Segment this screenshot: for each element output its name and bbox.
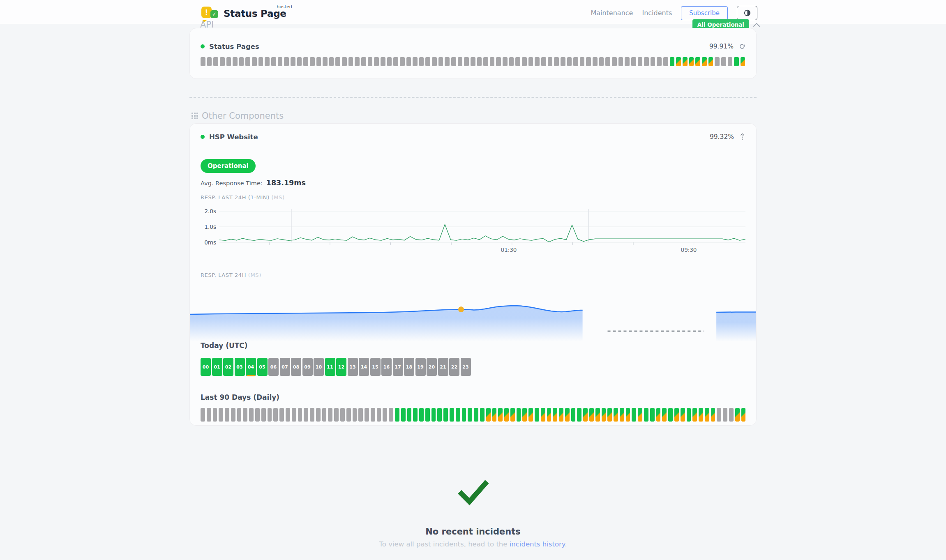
day-bar[interactable] (286, 408, 290, 422)
day-bar[interactable] (492, 408, 497, 422)
day-bar[interactable] (407, 408, 412, 422)
uptime-bar[interactable] (586, 57, 591, 66)
hour-block[interactable]: 05 (257, 358, 268, 376)
day-bar[interactable] (480, 408, 485, 422)
uptime-bar[interactable] (663, 57, 668, 66)
day-bar[interactable] (443, 408, 448, 422)
theme-toggle-button[interactable] (737, 6, 757, 20)
day-bar[interactable] (741, 408, 746, 422)
uptime-bar[interactable] (721, 57, 726, 66)
day-bar[interactable] (273, 408, 278, 422)
uptime-bar[interactable] (515, 57, 520, 66)
uptime-bar[interactable] (728, 57, 733, 66)
hour-block[interactable]: 12 (336, 358, 346, 376)
day-bar[interactable] (304, 408, 308, 422)
uptime-bar[interactable] (451, 57, 456, 66)
uptime-bar[interactable] (741, 57, 745, 66)
day-bar[interactable] (705, 408, 709, 422)
uptime-bar[interactable] (715, 57, 720, 66)
uptime-bar[interactable] (220, 57, 225, 66)
uptime-bar[interactable] (580, 57, 585, 66)
day-bar[interactable] (674, 408, 679, 422)
day-bar[interactable] (517, 408, 521, 422)
day-bar[interactable] (425, 408, 430, 422)
day-bar[interactable] (450, 408, 454, 422)
day-bar[interactable] (340, 408, 345, 422)
uptime-bar[interactable] (490, 57, 495, 66)
hour-block[interactable]: 08 (291, 358, 301, 376)
uptime-bar[interactable] (355, 57, 360, 66)
uptime-bar[interactable] (509, 57, 514, 66)
hour-block[interactable]: 07 (280, 358, 290, 376)
day-bar[interactable] (310, 408, 314, 422)
uptime-bar[interactable] (477, 57, 482, 66)
day-bar[interactable] (413, 408, 418, 422)
day-bar[interactable] (292, 408, 296, 422)
uptime-bar[interactable] (567, 57, 572, 66)
uptime-bar[interactable] (284, 57, 289, 66)
day-bar[interactable] (577, 408, 581, 422)
uptime-bar[interactable] (381, 57, 385, 66)
day-bar[interactable] (699, 408, 703, 422)
day-bar[interactable] (389, 408, 393, 422)
chevron-up-icon[interactable] (753, 23, 760, 27)
hour-block[interactable]: 03 (235, 358, 245, 376)
hour-block[interactable]: 21 (438, 358, 448, 376)
uptime-bar[interactable] (419, 57, 424, 66)
day-bar[interactable] (522, 408, 527, 422)
uptime-bar[interactable] (612, 57, 617, 66)
day-bar[interactable] (681, 408, 685, 422)
uptime-bar[interactable] (657, 57, 662, 66)
uptime-bar[interactable] (368, 57, 373, 66)
uptime-bar[interactable] (278, 57, 283, 66)
day-bar[interactable] (371, 408, 375, 422)
day-bar[interactable] (219, 408, 223, 422)
day-bar[interactable] (401, 408, 406, 422)
day-bar[interactable] (486, 408, 491, 422)
uptime-bar[interactable] (471, 57, 475, 66)
uptime-bar[interactable] (400, 57, 405, 66)
uptime-bar[interactable] (528, 57, 533, 66)
day-bar[interactable] (620, 408, 624, 422)
day-bar[interactable] (644, 408, 648, 422)
hour-block[interactable]: 09 (302, 358, 313, 376)
day-bar[interactable] (383, 408, 387, 422)
uptime-bar[interactable] (342, 57, 347, 66)
uptime-bar[interactable] (413, 57, 418, 66)
uptime-bar[interactable] (438, 57, 443, 66)
uptime-bar[interactable] (445, 57, 450, 66)
day-bar[interactable] (249, 408, 254, 422)
hour-block[interactable]: 04 (246, 358, 256, 376)
hour-block[interactable]: 13 (348, 358, 358, 376)
day-bar[interactable] (213, 408, 217, 422)
uptime-bar[interactable] (541, 57, 546, 66)
nav-maintenance[interactable]: Maintenance (591, 9, 633, 17)
uptime-bar[interactable] (625, 57, 630, 66)
uptime-bar[interactable] (708, 57, 713, 66)
day-bar[interactable] (504, 408, 509, 422)
uptime-bar[interactable] (393, 57, 398, 66)
day-bar[interactable] (541, 408, 545, 422)
day-bar[interactable] (201, 408, 205, 422)
day-bar[interactable] (322, 408, 327, 422)
day-bar[interactable] (614, 408, 618, 422)
uptime-bar[interactable] (464, 57, 469, 66)
day-bar[interactable] (328, 408, 332, 422)
day-bar[interactable] (261, 408, 266, 422)
day-bar[interactable] (583, 408, 588, 422)
day-bar[interactable] (650, 408, 655, 422)
day-bar[interactable] (419, 408, 424, 422)
uptime-bar[interactable] (702, 57, 707, 66)
uptime-bar[interactable] (316, 57, 321, 66)
uptime-bar[interactable] (271, 57, 276, 66)
day-bar[interactable] (298, 408, 302, 422)
day-bar[interactable] (510, 408, 515, 422)
uptime-bar[interactable] (651, 57, 655, 66)
day-bar[interactable] (602, 408, 606, 422)
day-bar[interactable] (268, 408, 272, 422)
uptime-bar[interactable] (522, 57, 527, 66)
day-bar[interactable] (462, 408, 466, 422)
uptime-bar[interactable] (374, 57, 379, 66)
day-bar[interactable] (279, 408, 284, 422)
hour-block[interactable]: 11 (325, 358, 335, 376)
